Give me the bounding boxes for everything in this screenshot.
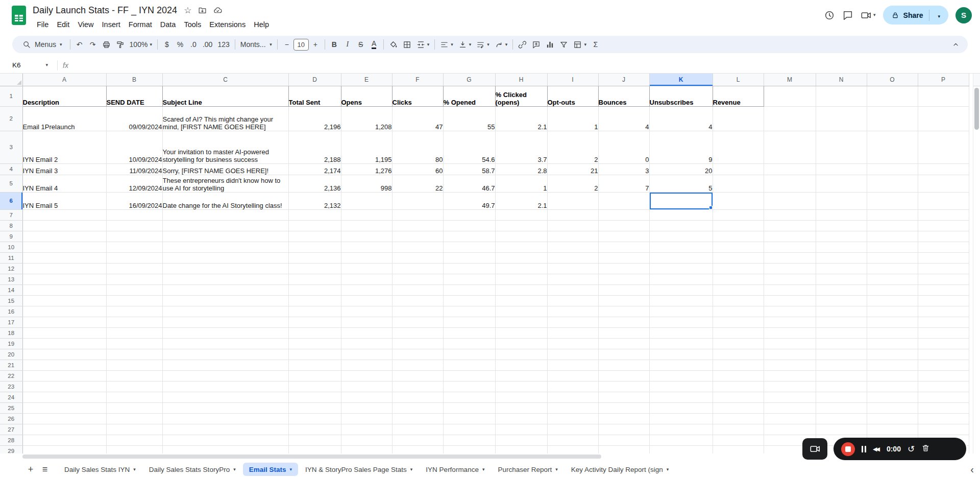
cell-H20[interactable]: [495, 349, 547, 360]
cell-D8[interactable]: [288, 220, 341, 231]
cell-C14[interactable]: [162, 284, 288, 295]
cell-O11[interactable]: [867, 252, 918, 263]
cell-L18[interactable]: [713, 327, 764, 338]
cell-H27[interactable]: [495, 424, 547, 435]
cell-G25[interactable]: [443, 402, 495, 413]
cell-M27[interactable]: [764, 424, 816, 435]
cell-J23[interactable]: [598, 381, 649, 392]
cell-F28[interactable]: [392, 435, 443, 445]
cell-I3[interactable]: 2: [547, 131, 598, 163]
cell-J6[interactable]: [598, 192, 649, 209]
cell-I5[interactable]: 2: [547, 175, 598, 192]
cell-L6[interactable]: [713, 192, 764, 209]
cell-F21[interactable]: [392, 360, 443, 370]
cell-H3[interactable]: 3.7: [495, 131, 547, 163]
menu-tools[interactable]: Tools: [180, 19, 205, 30]
cell-A9[interactable]: [22, 231, 106, 242]
cell-P27[interactable]: [918, 424, 969, 435]
cell-H13[interactable]: [495, 274, 547, 284]
column-header-P[interactable]: P: [918, 74, 969, 86]
cell-G28[interactable]: [443, 435, 495, 445]
sheet-tab-menu-icon[interactable]: ▾: [555, 467, 558, 472]
cell-E14[interactable]: [341, 284, 392, 295]
row-header-7[interactable]: 7: [0, 209, 22, 220]
cell-P19[interactable]: [918, 338, 969, 349]
cell-H18[interactable]: [495, 327, 547, 338]
cell-G4[interactable]: 58.7: [443, 163, 495, 175]
version-history-icon[interactable]: [824, 10, 835, 21]
insert-chart-button[interactable]: [543, 38, 557, 51]
cell-A24[interactable]: [22, 392, 106, 402]
cell-N10[interactable]: [816, 242, 867, 252]
cell-A5[interactable]: IYN Email 4: [22, 175, 106, 192]
cell-M16[interactable]: [764, 306, 816, 317]
font-size-input[interactable]: 10: [293, 39, 309, 51]
move-folder-icon[interactable]: [198, 6, 207, 15]
row-header-29[interactable]: 29: [0, 445, 22, 454]
cell-B16[interactable]: [106, 306, 162, 317]
cell-G14[interactable]: [443, 284, 495, 295]
cell-I2[interactable]: 1: [547, 106, 598, 131]
cell-P5[interactable]: [918, 175, 969, 192]
cell-A27[interactable]: [22, 424, 106, 435]
cell-L17[interactable]: [713, 317, 764, 327]
cell-N23[interactable]: [816, 381, 867, 392]
cell-A25[interactable]: [22, 402, 106, 413]
cell-B14[interactable]: [106, 284, 162, 295]
cell-G20[interactable]: [443, 349, 495, 360]
decrease-decimal-button[interactable]: .0: [187, 38, 200, 51]
cell-A19[interactable]: [22, 338, 106, 349]
sheet-tab-menu-icon[interactable]: ▾: [667, 467, 669, 472]
cell-K17[interactable]: [649, 317, 713, 327]
cell-F17[interactable]: [392, 317, 443, 327]
column-header-H[interactable]: H: [495, 74, 547, 86]
cell-K26[interactable]: [649, 413, 713, 424]
cell-H23[interactable]: [495, 381, 547, 392]
cell-F5[interactable]: 22: [392, 175, 443, 192]
cell-L24[interactable]: [713, 392, 764, 402]
cell-C10[interactable]: [162, 242, 288, 252]
name-box-caret-icon[interactable]: ▾: [45, 63, 48, 67]
cell-P21[interactable]: [918, 360, 969, 370]
cell-A29[interactable]: [22, 445, 106, 454]
spreadsheet-table[interactable]: ABCDEFGHIJKLMNOP1DescriptionSEND DATESub…: [0, 74, 969, 454]
row-header-20[interactable]: 20: [0, 349, 22, 360]
cell-P13[interactable]: [918, 274, 969, 284]
cell-L14[interactable]: [713, 284, 764, 295]
cell-A11[interactable]: [22, 252, 106, 263]
cell-E10[interactable]: [341, 242, 392, 252]
cell-I20[interactable]: [547, 349, 598, 360]
cell-K25[interactable]: [649, 402, 713, 413]
cell-M17[interactable]: [764, 317, 816, 327]
cell-C13[interactable]: [162, 274, 288, 284]
cell-P23[interactable]: [918, 381, 969, 392]
cell-E27[interactable]: [341, 424, 392, 435]
italic-button[interactable]: I: [341, 38, 354, 51]
cell-N9[interactable]: [816, 231, 867, 242]
cell-M8[interactable]: [764, 220, 816, 231]
cell-F9[interactable]: [392, 231, 443, 242]
cell-M20[interactable]: [764, 349, 816, 360]
cell-D19[interactable]: [288, 338, 341, 349]
cell-O26[interactable]: [867, 413, 918, 424]
cell-H5[interactable]: 1: [495, 175, 547, 192]
cell-C26[interactable]: [162, 413, 288, 424]
cell-F1[interactable]: Clicks: [392, 86, 443, 106]
cell-D1[interactable]: Total Sent: [288, 86, 341, 106]
cell-P17[interactable]: [918, 317, 969, 327]
cell-K10[interactable]: [649, 242, 713, 252]
cell-E19[interactable]: [341, 338, 392, 349]
cell-N26[interactable]: [816, 413, 867, 424]
cell-M24[interactable]: [764, 392, 816, 402]
row-header-18[interactable]: 18: [0, 327, 22, 338]
cell-I25[interactable]: [547, 402, 598, 413]
cell-C8[interactable]: [162, 220, 288, 231]
more-formats-button[interactable]: 123: [215, 38, 232, 51]
table-views-button[interactable]: ▾: [571, 38, 589, 51]
cell-G5[interactable]: 46.7: [443, 175, 495, 192]
cell-G8[interactable]: [443, 220, 495, 231]
cell-A7[interactable]: [22, 209, 106, 220]
cell-C23[interactable]: [162, 381, 288, 392]
cell-I27[interactable]: [547, 424, 598, 435]
cell-F13[interactable]: [392, 274, 443, 284]
